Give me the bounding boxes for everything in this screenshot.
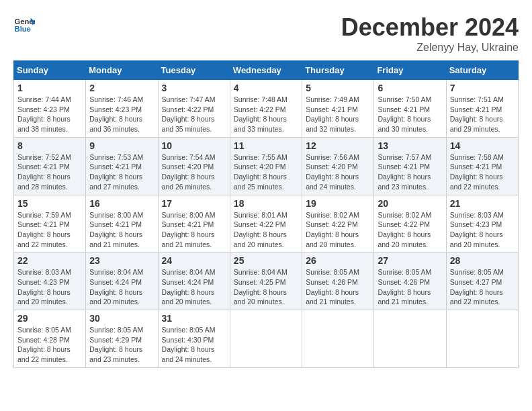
day-info: Sunrise: 8:00 AMSunset: 4:21 PMDaylight:… <box>89 210 154 250</box>
day-info: Sunrise: 7:54 AMSunset: 4:20 PMDaylight:… <box>162 152 226 192</box>
calendar-week-row: 8Sunrise: 7:52 AMSunset: 4:21 PMDaylight… <box>14 137 519 195</box>
table-row: 7Sunrise: 7:51 AMSunset: 4:21 PMDaylight… <box>446 80 518 138</box>
col-thursday: Thursday <box>302 61 374 80</box>
table-row: 24Sunrise: 8:04 AMSunset: 4:24 PMDayligh… <box>158 253 230 310</box>
day-info: Sunrise: 7:55 AMSunset: 4:20 PMDaylight:… <box>234 152 298 192</box>
day-number: 11 <box>234 140 298 151</box>
day-info: Sunrise: 8:04 AMSunset: 4:24 PMDaylight:… <box>162 267 226 307</box>
logo-icon: General Blue <box>13 13 35 35</box>
page-header: General Blue December 2024 Zelenyy Hay, … <box>13 13 519 54</box>
col-tuesday: Tuesday <box>158 61 230 80</box>
calendar-week-row: 22Sunrise: 8:03 AMSunset: 4:23 PMDayligh… <box>14 253 519 310</box>
location-subtitle: Zelenyy Hay, Ukraine <box>341 42 519 54</box>
day-number: 17 <box>162 198 226 209</box>
table-row: 17Sunrise: 8:00 AMSunset: 4:21 PMDayligh… <box>158 195 230 253</box>
day-number: 22 <box>17 255 82 266</box>
col-friday: Friday <box>374 61 446 80</box>
calendar-table: Sunday Monday Tuesday Wednesday Thursday… <box>13 60 519 368</box>
day-number: 9 <box>89 140 154 151</box>
day-number: 29 <box>17 313 82 324</box>
table-row: 13Sunrise: 7:57 AMSunset: 4:21 PMDayligh… <box>374 137 446 195</box>
day-number: 2 <box>89 83 154 93</box>
table-row: 6Sunrise: 7:50 AMSunset: 4:21 PMDaylight… <box>374 80 446 138</box>
table-row: 19Sunrise: 8:02 AMSunset: 4:22 PMDayligh… <box>302 195 374 253</box>
table-row: 26Sunrise: 8:05 AMSunset: 4:26 PMDayligh… <box>302 253 374 310</box>
table-row: 31Sunrise: 8:05 AMSunset: 4:30 PMDayligh… <box>158 310 230 368</box>
table-row: 22Sunrise: 8:03 AMSunset: 4:23 PMDayligh… <box>14 253 86 310</box>
table-row: 1Sunrise: 7:44 AMSunset: 4:23 PMDaylight… <box>14 80 86 138</box>
day-number: 28 <box>450 255 515 266</box>
day-info: Sunrise: 7:59 AMSunset: 4:21 PMDaylight:… <box>17 210 82 250</box>
day-number: 16 <box>89 198 154 209</box>
day-info: Sunrise: 7:48 AMSunset: 4:22 PMDaylight:… <box>234 95 298 134</box>
table-row <box>302 310 374 368</box>
day-info: Sunrise: 7:47 AMSunset: 4:22 PMDaylight:… <box>162 95 226 134</box>
day-info: Sunrise: 8:01 AMSunset: 4:22 PMDaylight:… <box>234 210 298 250</box>
svg-text:Blue: Blue <box>15 25 31 33</box>
day-info: Sunrise: 8:04 AMSunset: 4:24 PMDaylight:… <box>89 267 154 307</box>
day-info: Sunrise: 7:58 AMSunset: 4:21 PMDaylight:… <box>450 152 515 192</box>
day-number: 12 <box>306 140 370 151</box>
day-info: Sunrise: 8:02 AMSunset: 4:22 PMDaylight:… <box>306 210 370 250</box>
day-number: 5 <box>306 83 370 93</box>
day-info: Sunrise: 8:05 AMSunset: 4:26 PMDaylight:… <box>378 267 442 307</box>
table-row: 21Sunrise: 8:03 AMSunset: 4:23 PMDayligh… <box>446 195 518 253</box>
day-number: 20 <box>378 198 442 209</box>
day-number: 6 <box>378 83 442 93</box>
table-row: 12Sunrise: 7:56 AMSunset: 4:20 PMDayligh… <box>302 137 374 195</box>
day-info: Sunrise: 7:53 AMSunset: 4:21 PMDaylight:… <box>89 152 154 192</box>
day-info: Sunrise: 8:05 AMSunset: 4:28 PMDaylight:… <box>17 325 82 365</box>
table-row: 29Sunrise: 8:05 AMSunset: 4:28 PMDayligh… <box>14 310 86 368</box>
title-area: December 2024 Zelenyy Hay, Ukraine <box>341 13 519 54</box>
table-row: 3Sunrise: 7:47 AMSunset: 4:22 PMDaylight… <box>158 80 230 138</box>
table-row: 30Sunrise: 8:05 AMSunset: 4:29 PMDayligh… <box>86 310 158 368</box>
day-info: Sunrise: 7:46 AMSunset: 4:23 PMDaylight:… <box>89 95 154 134</box>
day-number: 7 <box>450 83 515 93</box>
table-row: 9Sunrise: 7:53 AMSunset: 4:21 PMDaylight… <box>86 137 158 195</box>
day-number: 23 <box>89 255 154 266</box>
calendar-header-row: Sunday Monday Tuesday Wednesday Thursday… <box>14 61 519 80</box>
day-number: 15 <box>17 198 82 209</box>
table-row: 28Sunrise: 8:05 AMSunset: 4:27 PMDayligh… <box>446 253 518 310</box>
table-row: 23Sunrise: 8:04 AMSunset: 4:24 PMDayligh… <box>86 253 158 310</box>
day-number: 27 <box>378 255 442 266</box>
day-info: Sunrise: 8:05 AMSunset: 4:29 PMDaylight:… <box>89 325 154 365</box>
day-info: Sunrise: 7:52 AMSunset: 4:21 PMDaylight:… <box>17 152 82 192</box>
calendar-week-row: 1Sunrise: 7:44 AMSunset: 4:23 PMDaylight… <box>14 80 519 138</box>
day-number: 3 <box>162 83 226 93</box>
table-row: 15Sunrise: 7:59 AMSunset: 4:21 PMDayligh… <box>14 195 86 253</box>
day-number: 30 <box>89 313 154 324</box>
day-number: 26 <box>306 255 370 266</box>
col-saturday: Saturday <box>446 61 518 80</box>
table-row: 25Sunrise: 8:04 AMSunset: 4:25 PMDayligh… <box>230 253 302 310</box>
day-info: Sunrise: 8:05 AMSunset: 4:26 PMDaylight:… <box>306 267 370 307</box>
day-info: Sunrise: 8:03 AMSunset: 4:23 PMDaylight:… <box>17 267 82 307</box>
col-monday: Monday <box>86 61 158 80</box>
day-info: Sunrise: 7:44 AMSunset: 4:23 PMDaylight:… <box>17 95 82 134</box>
col-sunday: Sunday <box>14 61 86 80</box>
day-number: 19 <box>306 198 370 209</box>
day-number: 8 <box>17 140 82 151</box>
logo: General Blue <box>13 13 35 35</box>
table-row: 14Sunrise: 7:58 AMSunset: 4:21 PMDayligh… <box>446 137 518 195</box>
day-number: 31 <box>162 313 226 324</box>
day-number: 18 <box>234 198 298 209</box>
day-info: Sunrise: 8:05 AMSunset: 4:27 PMDaylight:… <box>450 267 515 307</box>
day-info: Sunrise: 8:03 AMSunset: 4:23 PMDaylight:… <box>450 210 515 250</box>
table-row: 10Sunrise: 7:54 AMSunset: 4:20 PMDayligh… <box>158 137 230 195</box>
table-row: 20Sunrise: 8:02 AMSunset: 4:22 PMDayligh… <box>374 195 446 253</box>
day-number: 14 <box>450 140 515 151</box>
day-info: Sunrise: 8:05 AMSunset: 4:30 PMDaylight:… <box>162 325 226 365</box>
table-row: 16Sunrise: 8:00 AMSunset: 4:21 PMDayligh… <box>86 195 158 253</box>
day-number: 10 <box>162 140 226 151</box>
day-number: 4 <box>234 83 298 93</box>
day-info: Sunrise: 7:49 AMSunset: 4:21 PMDaylight:… <box>306 95 370 134</box>
month-title: December 2024 <box>341 13 519 42</box>
day-number: 1 <box>17 83 82 93</box>
table-row: 27Sunrise: 8:05 AMSunset: 4:26 PMDayligh… <box>374 253 446 310</box>
col-wednesday: Wednesday <box>230 61 302 80</box>
day-info: Sunrise: 7:50 AMSunset: 4:21 PMDaylight:… <box>378 95 442 134</box>
table-row: 18Sunrise: 8:01 AMSunset: 4:22 PMDayligh… <box>230 195 302 253</box>
table-row <box>230 310 302 368</box>
day-info: Sunrise: 8:02 AMSunset: 4:22 PMDaylight:… <box>378 210 442 250</box>
